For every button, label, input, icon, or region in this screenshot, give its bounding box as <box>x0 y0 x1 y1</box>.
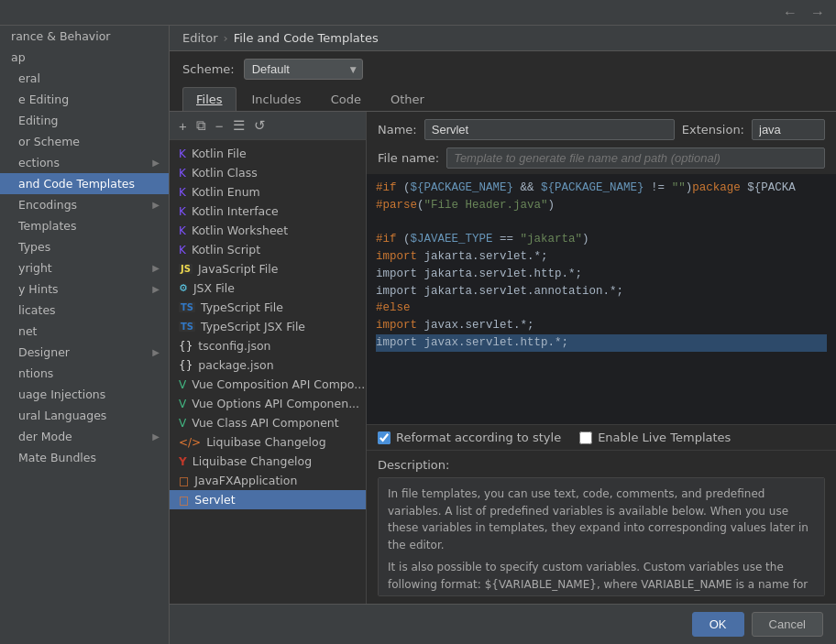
tab-includes[interactable]: Includes <box>238 87 315 111</box>
panel: + ⧉ − ☰ ↺ K Kotlin File K Kotlin Class <box>170 112 836 604</box>
sidebar-item-intentions[interactable]: ntions <box>0 363 169 384</box>
sidebar-item-language-injections[interactable]: uage Injections <box>0 384 169 405</box>
reset-template-button[interactable]: ↺ <box>250 115 270 136</box>
sidebar-item-inspections[interactable]: ections ▶ <box>0 152 169 173</box>
name-label: Name: <box>378 123 417 136</box>
tab-other[interactable]: Other <box>377 87 438 111</box>
tab-files[interactable]: Files <box>182 87 236 111</box>
bottom-bar: OK Cancel <box>170 604 836 644</box>
js-icon: JS <box>179 264 192 274</box>
main-layout: rance & Behavior ap eral e Editing Editi… <box>0 26 836 644</box>
kotlin-icon: K <box>179 186 186 199</box>
add-template-button[interactable]: + <box>175 116 191 136</box>
file-item-javafx[interactable]: □ JavaFXApplication <box>170 471 366 490</box>
file-item-kotlin-file[interactable]: K Kotlin File <box>170 144 366 163</box>
sidebar-item-types[interactable]: Types <box>0 236 169 257</box>
file-item-kotlin-class[interactable]: K Kotlin Class <box>170 163 366 182</box>
code-line: import javax.servlet.http.*; <box>376 334 827 352</box>
file-item-jsx-file[interactable]: ⚙ JSX File <box>170 278 366 298</box>
ts-icon: TS <box>179 302 195 312</box>
sidebar-item-mate-bundles[interactable]: Mate Bundles <box>0 447 169 468</box>
file-item-tsconfig[interactable]: {} tsconfig.json <box>170 336 366 355</box>
file-item-servlet[interactable]: □ Servlet <box>170 490 366 509</box>
extension-label: Extension: <box>682 123 744 136</box>
sidebar-item-editing[interactable]: Editing <box>0 110 169 131</box>
scheme-select[interactable]: Default Project <box>244 59 363 80</box>
sidebar-item-reader-mode[interactable]: der Mode ▶ <box>0 426 169 447</box>
file-item-js-file[interactable]: JS JavaScript File <box>170 259 366 278</box>
file-list: K Kotlin File K Kotlin Class K Kotlin En… <box>170 140 366 604</box>
sidebar-item-natural-languages[interactable]: ural Languages <box>0 405 169 426</box>
description-para-1: In file templates, you can use text, cod… <box>388 486 815 553</box>
arrow-icon: ▶ <box>152 263 160 273</box>
back-button[interactable]: ← <box>779 5 801 21</box>
breadcrumb-separator: › <box>223 31 227 45</box>
forward-button[interactable]: → <box>807 5 829 21</box>
file-list-panel: + ⧉ − ☰ ↺ K Kotlin File K Kotlin Class <box>170 112 367 604</box>
live-templates-checkbox-label[interactable]: Enable Live Templates <box>579 431 731 444</box>
arrow-icon: ▶ <box>152 284 160 294</box>
file-item-liquibase-y[interactable]: Y Liquibase Changelog <box>170 452 366 471</box>
sidebar-item-inlay-hints[interactable]: y Hints ▶ <box>0 278 169 300</box>
sidebar-item-file-templates[interactable]: and Code Templates <box>0 173 169 194</box>
scheme-bar: Scheme: Default Project <box>170 51 836 87</box>
top-bar: ← → <box>0 0 836 26</box>
arrow-icon: ▶ <box>152 431 160 442</box>
file-item-vue-class[interactable]: V Vue Class API Component <box>170 413 366 432</box>
json-icon: {} <box>179 359 192 372</box>
tabs-bar: Files Includes Code Other <box>170 87 836 112</box>
file-item-kotlin-interface[interactable]: K Kotlin Interface <box>170 202 366 221</box>
sidebar-item-color-scheme[interactable]: or Scheme <box>0 131 169 152</box>
json-icon: {} <box>179 340 192 353</box>
remove-template-button[interactable]: − <box>212 116 227 136</box>
copy-template-button[interactable]: ⧉ <box>192 115 210 136</box>
sidebar-item-copyright[interactable]: yright ▶ <box>0 257 169 278</box>
tab-code[interactable]: Code <box>317 87 375 111</box>
file-item-vue-options[interactable]: V Vue Options API Componen... <box>170 394 366 413</box>
file-item-vue-composition[interactable]: V Vue Composition API Compo... <box>170 375 366 394</box>
name-input[interactable] <box>424 119 675 140</box>
options-row: Reformat according to style Enable Live … <box>367 424 836 450</box>
sidebar-item-keymap[interactable]: ap <box>0 47 169 68</box>
arrow-icon: ▶ <box>152 347 160 357</box>
name-ext-row: Name: Extension: <box>367 112 836 147</box>
tsx-icon: TS <box>179 322 195 332</box>
code-editor[interactable]: #if (${PACKAGE_NAME} && ${PACKAGE_NAME} … <box>367 174 836 424</box>
sidebar-item-general[interactable]: eral <box>0 68 169 89</box>
sidebar-item-live-templates[interactable]: Templates <box>0 215 169 236</box>
file-item-liquibase-xml[interactable]: </> Liquibase Changelog <box>170 432 366 452</box>
sidebar-item-gui-designer[interactable]: Designer ▶ <box>0 342 169 363</box>
group-template-button[interactable]: ☰ <box>229 115 248 136</box>
file-item-kotlin-worksheet[interactable]: K Kotlin Worksheet <box>170 221 366 240</box>
file-item-tsx-file[interactable]: TS TypeScript JSX File <box>170 317 366 336</box>
file-item-package-json[interactable]: {} package.json <box>170 355 366 375</box>
editor-panel: Name: Extension: File name: #if (${PACKA… <box>367 112 836 604</box>
navigation-buttons: ← → <box>779 5 829 21</box>
filename-input[interactable] <box>446 147 825 169</box>
javafx-icon: □ <box>179 475 189 487</box>
cancel-button[interactable]: Cancel <box>752 612 823 637</box>
filename-row: File name: <box>367 147 836 174</box>
description-para-2: It is also possible to specify custom va… <box>388 559 815 596</box>
sidebar-item-duplicates[interactable]: licates <box>0 300 169 321</box>
file-item-kotlin-enum[interactable]: K Kotlin Enum <box>170 182 366 202</box>
code-line: import jakarta.servlet.*; <box>376 248 827 266</box>
sidebar-item-appearance[interactable]: rance & Behavior <box>0 26 169 47</box>
vue-icon: V <box>179 398 186 410</box>
kotlin-icon: K <box>179 167 186 180</box>
sidebar-item-net[interactable]: net <box>0 321 169 342</box>
scheme-label: Scheme: <box>182 62 235 76</box>
jsx-icon: ⚙ <box>179 282 188 294</box>
sidebar-item-encodings[interactable]: Encodings ▶ <box>0 194 169 215</box>
file-item-ts-file[interactable]: TS TypeScript File <box>170 298 366 317</box>
extension-input[interactable] <box>752 119 825 140</box>
arrow-icon: ▶ <box>152 200 160 210</box>
reformat-checkbox[interactable] <box>378 431 390 444</box>
file-item-kotlin-script[interactable]: K Kotlin Script <box>170 240 366 259</box>
code-line: #parse("File Header.java") <box>376 197 827 214</box>
sidebar-item-auto-import[interactable]: e Editing <box>0 89 169 110</box>
live-templates-checkbox[interactable] <box>579 431 592 444</box>
content-panel: Editor › File and Code Templates Scheme:… <box>170 26 836 644</box>
reformat-checkbox-label[interactable]: Reformat according to style <box>378 431 561 444</box>
ok-button[interactable]: OK <box>692 612 744 637</box>
